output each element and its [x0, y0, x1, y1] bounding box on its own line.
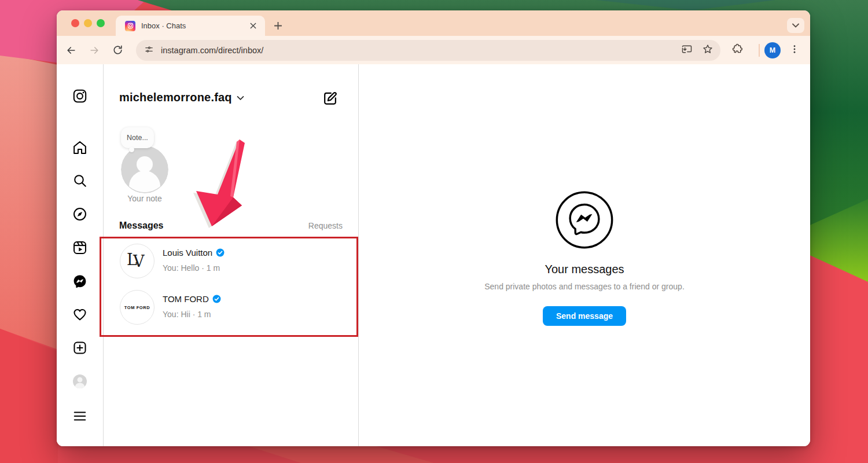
create-post-icon[interactable]: [72, 340, 87, 355]
active-username: michelemorrone.faq: [119, 91, 232, 104]
url-text[interactable]: instagram.com/direct/inbox/: [161, 46, 681, 55]
account-switcher[interactable]: michelemorrone.faq: [119, 91, 244, 104]
verified-badge-icon: [216, 248, 225, 257]
notifications-heart-icon[interactable]: [72, 307, 87, 322]
your-note-avatar[interactable]: [121, 146, 168, 193]
empty-state-subtitle: Send private photos and messages to a fr…: [484, 282, 685, 291]
forward-icon[interactable]: [87, 43, 101, 57]
chat-name: TOM FORD: [163, 294, 209, 304]
tab-title: Inbox · Chats: [141, 21, 248, 30]
chat-preview: You: Hii · 1 m: [163, 310, 211, 319]
chat-name: Louis Vuitton: [163, 248, 212, 258]
page-content: michelemorrone.faq Note...: [57, 64, 810, 446]
reels-icon[interactable]: [72, 240, 87, 255]
messenger-circle-icon: [554, 190, 615, 250]
browser-profile-avatar[interactable]: M: [764, 42, 781, 58]
more-menu-icon[interactable]: [72, 409, 87, 424]
profile-avatar[interactable]: [72, 374, 87, 389]
toolbar-divider: [759, 44, 760, 57]
chat-row-tom-ford[interactable]: TOM FORD TOM FORD You: Hii · 1 m: [104, 284, 358, 330]
inbox-panel: michelemorrone.faq Note...: [103, 64, 359, 446]
search-icon[interactable]: [72, 173, 87, 188]
address-bar[interactable]: instagram.com/direct/inbox/: [136, 40, 720, 61]
instagram-logo-icon[interactable]: [72, 89, 87, 104]
bookmark-star-icon[interactable]: [702, 43, 713, 57]
instagram-favicon-icon: [125, 21, 135, 31]
your-note-label: Your note: [104, 194, 186, 203]
browser-tab[interactable]: Inbox · Chats: [116, 16, 265, 36]
messages-header: Messages: [119, 221, 164, 231]
extensions-icon[interactable]: [731, 43, 744, 57]
screen: Inbox · Chats: [0, 0, 868, 463]
tab-search-chevron-icon[interactable]: [787, 18, 804, 33]
minimize-window-button[interactable]: [84, 19, 92, 27]
messenger-icon[interactable]: [72, 274, 87, 289]
instagram-sidebar: [57, 64, 103, 446]
home-icon[interactable]: [72, 140, 87, 155]
new-message-icon[interactable]: [322, 90, 339, 106]
browser-window: Inbox · Chats: [57, 10, 810, 446]
chevron-down-icon: [237, 93, 244, 103]
install-app-icon[interactable]: [681, 43, 693, 57]
browser-menu-icon[interactable]: [789, 44, 800, 57]
louis-vuitton-avatar: LV: [120, 244, 155, 278]
messages-empty-state: Your messages Send private photos and me…: [359, 64, 810, 446]
reload-icon[interactable]: [111, 43, 124, 57]
explore-icon[interactable]: [72, 207, 87, 222]
send-message-button[interactable]: Send message: [543, 306, 626, 326]
empty-state-title: Your messages: [545, 263, 624, 276]
close-window-button[interactable]: [71, 19, 79, 27]
note-bubble[interactable]: Note...: [121, 127, 154, 148]
site-settings-icon[interactable]: [144, 45, 154, 57]
chat-row-louis-vuitton[interactable]: LV Louis Vuitton You: Hello · 1 m: [104, 238, 358, 284]
tab-close-icon[interactable]: [248, 21, 258, 31]
new-tab-button[interactable]: [271, 19, 285, 32]
chat-preview: You: Hello · 1 m: [163, 263, 220, 273]
zoom-window-button[interactable]: [97, 19, 105, 27]
address-bar-row: instagram.com/direct/inbox/: [57, 36, 810, 64]
verified-badge-icon: [212, 295, 221, 303]
back-icon[interactable]: [64, 43, 78, 57]
tab-strip: Inbox · Chats: [57, 10, 810, 36]
tom-ford-avatar: TOM FORD: [120, 290, 155, 325]
requests-link[interactable]: Requests: [308, 221, 343, 230]
